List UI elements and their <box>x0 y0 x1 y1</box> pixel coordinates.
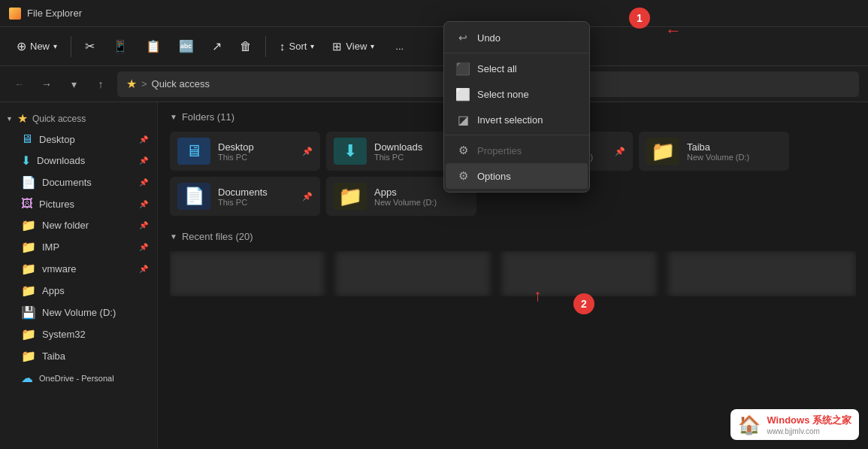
back-button[interactable]: ← <box>9 74 30 95</box>
chevron-view-icon: ▾ <box>370 42 374 50</box>
properties-icon: ⚙ <box>456 144 470 157</box>
file-thumb-3 <box>502 251 656 296</box>
select-none-icon: ⬜ <box>456 87 470 101</box>
folder-sys-icon: 📁 <box>21 327 36 341</box>
cut-icon: ✂ <box>85 39 95 53</box>
folder-name-apps: Apps <box>374 187 437 198</box>
watermark-url: www.bjjmlv.com <box>767 427 851 435</box>
folder-name: Desktop <box>218 141 254 153</box>
invert-icon: ◪ <box>456 113 470 126</box>
rename-button[interactable]: 🔤 <box>171 35 201 58</box>
pin-badge-doc: 📌 <box>302 192 313 202</box>
folders-title: Folders (11) <box>182 111 234 123</box>
documents-thumb: 📄 <box>177 183 210 210</box>
chevron-sort-icon: ▾ <box>310 42 314 50</box>
sidebar-item-new-folder[interactable]: 📁 New folder 📌 <box>3 214 154 236</box>
cut-button[interactable]: ✂ <box>77 35 102 58</box>
recent-locations-button[interactable]: ▾ <box>63 74 84 95</box>
folder-name-dl: Downloads <box>374 141 422 153</box>
context-menu: ↩ Undo ⬛ Select all ⬜ Select none ◪ Inve… <box>443 21 590 193</box>
share-button[interactable]: ↗ <box>204 35 229 58</box>
sidebar-item-system32[interactable]: 📁 System32 <box>3 323 154 345</box>
house-icon: 🏠 <box>738 414 761 435</box>
path-text: Quick access <box>152 78 210 89</box>
sidebar-item-imp[interactable]: 📁 IMP 📌 <box>3 236 154 258</box>
downloads-thumb: ⬇ <box>334 138 367 165</box>
paste-button[interactable]: 📋 <box>138 35 168 58</box>
folder-sub: This PC <box>218 153 254 162</box>
forward-button[interactable]: → <box>36 74 57 95</box>
folder-vmware-icon: 📁 <box>21 262 36 276</box>
main-layout: ▼ ★ Quick access 🖥 Desktop 📌 ⬇ Downloads… <box>0 102 868 449</box>
app-icon <box>9 8 21 20</box>
pin-badge: 📌 <box>302 147 313 156</box>
pin-icon-vm: 📌 <box>139 265 148 273</box>
recent-title: Recent files (20) <box>182 231 253 242</box>
pin-icon-pic: 📌 <box>139 200 148 208</box>
recent-chevron: ▼ <box>170 232 177 241</box>
menu-item-invert-selection[interactable]: ◪ Invert selection <box>446 107 588 132</box>
chevron-down-icon: ▼ <box>6 115 13 123</box>
sidebar-item-apps[interactable]: 📁 Apps <box>3 280 154 302</box>
menu-item-options[interactable]: ⚙ Options <box>446 163 588 189</box>
view-icon: ⊞ <box>332 40 342 53</box>
new-button[interactable]: ⊕ New ▾ <box>9 35 65 58</box>
annotation-badge-2: 2 <box>573 293 594 314</box>
menu-divider-2 <box>444 135 589 135</box>
toolbar-separator <box>71 36 71 57</box>
clipboard-icon: 📋 <box>146 39 161 53</box>
copy-phone-button[interactable]: 📱 <box>105 35 135 58</box>
toolbar: ⊕ New ▾ ✂ 📱 📋 🔤 ↗ 🗑 ↕ Sort ▾ ⊞ View ▾ ..… <box>0 27 868 66</box>
up-button[interactable]: ↑ <box>90 74 111 95</box>
more-button[interactable]: ... <box>388 36 411 56</box>
sidebar-item-desktop[interactable]: 🖥 Desktop 📌 <box>3 129 154 150</box>
view-button[interactable]: ⊞ View ▾ <box>325 35 382 58</box>
folder-sub-dl: This PC <box>374 153 422 162</box>
documents-icon: 📄 <box>21 175 36 190</box>
sidebar-item-downloads[interactable]: ⬇ Downloads 📌 <box>3 150 154 171</box>
sidebar-item-onedrive[interactable]: ☁ OneDrive - Personal <box>3 367 154 389</box>
sidebar-item-pictures[interactable]: 🖼 Pictures 📌 <box>3 193 154 214</box>
delete-button[interactable]: 🗑 <box>232 35 259 58</box>
folder-card-taiba[interactable]: 📁 Taiba New Volume (D:) <box>639 132 789 171</box>
annotation-badge-1: 1 <box>629 8 650 29</box>
watermark: 🏠 Windows 系统之家 www.bjjmlv.com <box>730 409 859 440</box>
desktop-icon: 🖥 <box>21 132 33 146</box>
folder-imp-icon: 📁 <box>21 240 36 254</box>
arrow-2: ↑ <box>534 286 542 305</box>
folder-sub-apps: New Volume (D:) <box>374 198 437 207</box>
sidebar-item-vmware[interactable]: 📁 vmware 📌 <box>3 258 154 280</box>
pin-icon-dl: 📌 <box>139 156 148 165</box>
folder-apps-icon: 📁 <box>21 284 36 298</box>
trash-icon: 🗑 <box>240 40 252 53</box>
sidebar-item-new-volume[interactable]: 💾 New Volume (D:) <box>3 302 154 323</box>
arrow-1: ← <box>665 21 682 40</box>
star-icon: ★ <box>126 77 137 91</box>
quick-access-header[interactable]: ▼ ★ Quick access <box>0 108 157 129</box>
taiba-thumb: 📁 <box>646 138 679 165</box>
download-icon: ⬇ <box>21 153 31 168</box>
folders-chevron: ▼ <box>170 113 177 121</box>
pictures-icon: 🖼 <box>21 197 33 211</box>
menu-item-undo[interactable]: ↩ Undo <box>446 25 588 50</box>
folder-card-desktop[interactable]: 🖥 Desktop This PC 📌 <box>170 132 320 171</box>
folder-name-doc: Documents <box>218 187 268 198</box>
sidebar-item-documents[interactable]: 📄 Documents 📌 <box>3 171 154 193</box>
menu-item-properties: ⚙ Properties <box>446 138 588 163</box>
plus-icon: ⊕ <box>17 39 26 53</box>
folder-card-documents[interactable]: 📄 Documents This PC 📌 <box>170 177 320 216</box>
menu-item-select-none[interactable]: ⬜ Select none <box>446 81 588 107</box>
toolbar-separator-2 <box>265 36 266 57</box>
sidebar-item-taiba[interactable]: 📁 Taiba <box>3 345 154 367</box>
pin-icon-doc: 📌 <box>139 178 148 187</box>
options-icon: ⚙ <box>456 169 470 183</box>
sort-button[interactable]: ↕ Sort ▾ <box>272 35 322 57</box>
cloud-icon: ☁ <box>21 371 33 385</box>
menu-item-select-all[interactable]: ⬛ Select all <box>446 56 588 81</box>
pin-icon-nf: 📌 <box>139 221 148 229</box>
title-bar: File Explorer <box>0 0 868 27</box>
address-bar: ← → ▾ ↑ ★ > Quick access <box>0 66 868 102</box>
folder-icon: 📁 <box>21 218 36 232</box>
sidebar: ▼ ★ Quick access 🖥 Desktop 📌 ⬇ Downloads… <box>0 102 158 449</box>
recent-section-header[interactable]: ▼ Recent files (20) <box>170 231 856 242</box>
